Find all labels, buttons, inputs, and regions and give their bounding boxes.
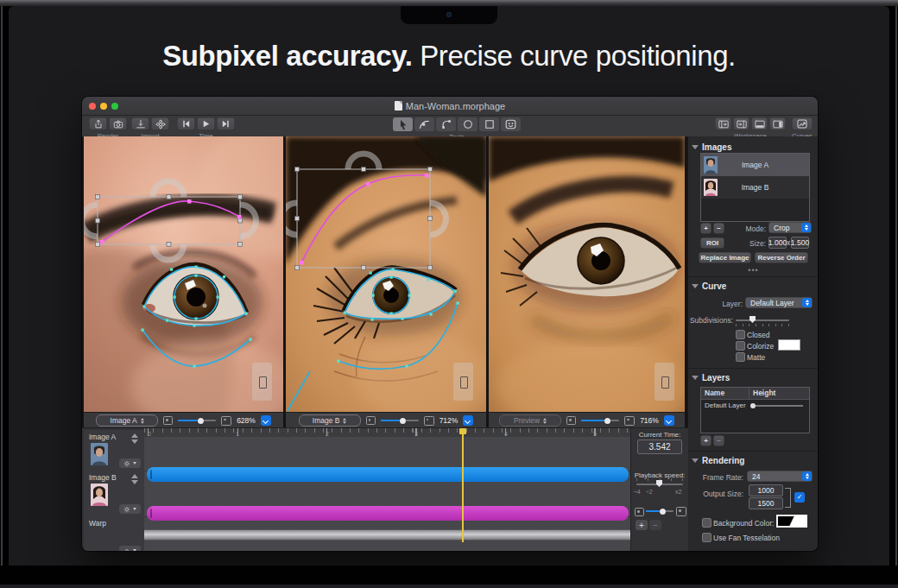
import-photos-button[interactable] xyxy=(151,117,169,130)
playhead[interactable] xyxy=(462,428,464,542)
title-bar[interactable]: Man-Woman.morphage xyxy=(82,97,818,116)
iris-curve[interactable] xyxy=(373,277,409,313)
remove-layer-button[interactable]: − xyxy=(713,435,724,446)
size-height-field[interactable]: 1.500 xyxy=(791,237,809,249)
add-image-button[interactable]: + xyxy=(700,223,711,234)
frame-rate-select[interactable]: 24 xyxy=(747,471,813,482)
under-eye-curve[interactable] xyxy=(142,330,250,366)
warp-bar[interactable] xyxy=(144,529,630,541)
workspace-bottom-panel-button[interactable] xyxy=(751,117,768,130)
selection-rectangle[interactable] xyxy=(297,169,430,268)
selection-handles[interactable] xyxy=(295,168,433,270)
viewer-a-source-select[interactable]: Image A xyxy=(96,414,158,427)
image-a-clip-bar[interactable] xyxy=(147,467,629,482)
subdivisions-slider[interactable] xyxy=(736,319,789,321)
matte-checkbox[interactable] xyxy=(736,352,745,362)
eyebrow-curve[interactable] xyxy=(301,175,427,262)
curve-tool-button[interactable] xyxy=(436,117,456,131)
name-column-header[interactable]: Name xyxy=(701,388,749,399)
viewer-a-canvas[interactable] xyxy=(84,136,283,412)
disclosure-triangle-icon[interactable] xyxy=(692,376,699,380)
track-header-warp[interactable]: Warp xyxy=(84,516,145,551)
viewer-b-zoom-slider[interactable] xyxy=(381,420,419,421)
circle-tool-button[interactable] xyxy=(458,117,477,131)
timeline-zoom-slider[interactable] xyxy=(646,510,674,512)
eyebrow-curve-points[interactable] xyxy=(100,199,242,244)
output-height-field[interactable]: 1500 xyxy=(749,497,783,509)
stray-curve-segment[interactable] xyxy=(288,371,310,411)
viewer-b-source-select[interactable]: Image B xyxy=(299,414,361,427)
viewer-preview-canvas[interactable] xyxy=(489,136,685,412)
colorize-color-well[interactable] xyxy=(778,339,800,351)
loupe-widget[interactable] xyxy=(252,363,272,401)
roi-button[interactable]: ROI xyxy=(700,237,724,249)
track-warp-options-button[interactable] xyxy=(119,546,141,551)
replace-image-button[interactable]: Replace Image xyxy=(699,252,751,263)
track-header-image-b[interactable]: Image B xyxy=(84,471,145,517)
disclosure-triangle-icon[interactable] xyxy=(692,284,699,288)
under-eye-curve[interactable] xyxy=(338,303,458,369)
track-b-options-button[interactable] xyxy=(119,504,141,514)
loupe-widget[interactable] xyxy=(655,363,674,401)
loupe-widget[interactable] xyxy=(453,363,473,401)
track-header-image-a[interactable]: Image A xyxy=(84,430,145,471)
closed-checkbox[interactable] xyxy=(736,330,745,339)
current-time-value[interactable]: 3.542 xyxy=(637,439,682,454)
eyebrow-curve[interactable] xyxy=(102,201,239,242)
iris-curve[interactable] xyxy=(174,275,218,319)
workspace-right-panel-button[interactable] xyxy=(733,117,749,130)
subdivisions-slider-knob[interactable] xyxy=(749,316,756,323)
link-size-checkbox[interactable]: ✓ xyxy=(794,492,805,503)
background-color-well[interactable] xyxy=(776,515,807,528)
skip-forward-button[interactable] xyxy=(217,117,235,130)
viewer-b-canvas[interactable] xyxy=(286,136,486,412)
viewer-preview-zoom-menu-button[interactable] xyxy=(664,415,674,426)
viewer-a-zoom-menu-button[interactable] xyxy=(261,415,271,426)
workspace-side-panel-button[interactable] xyxy=(769,117,786,130)
add-layer-button[interactable]: + xyxy=(700,435,711,446)
curves-panel-button[interactable] xyxy=(792,117,813,130)
curve-section-header[interactable]: Curve xyxy=(692,281,726,291)
mode-select[interactable]: Crop xyxy=(768,222,812,233)
viewer-a-zoom-slider[interactable] xyxy=(178,420,216,421)
face-mask-tool-button[interactable] xyxy=(501,117,521,131)
layer-height-slider[interactable] xyxy=(753,405,803,407)
playback-speed-knob[interactable] xyxy=(656,480,662,487)
image-b-clip-bar[interactable] xyxy=(147,506,629,521)
background-color-checkbox[interactable] xyxy=(702,518,711,528)
colorize-checkbox[interactable] xyxy=(736,341,745,351)
eyebrow-curve-points[interactable] xyxy=(300,174,429,265)
select-tool-button[interactable] xyxy=(393,117,413,131)
fan-tesselation-checkbox[interactable] xyxy=(702,533,711,542)
import-file-button[interactable] xyxy=(131,117,149,130)
layers-section-header[interactable]: Layers xyxy=(692,373,730,383)
viewer-preview-source-select[interactable]: Preview xyxy=(499,414,561,427)
rotation-handles[interactable] xyxy=(286,154,446,235)
selection-handles[interactable] xyxy=(96,195,243,247)
reorder-arrows-icon[interactable] xyxy=(131,474,138,484)
add-point-tool-button[interactable] xyxy=(414,117,434,131)
workspace-left-panel-button[interactable] xyxy=(715,117,731,130)
images-list-item-b[interactable]: Image B xyxy=(701,176,809,199)
disclosure-triangle-icon[interactable] xyxy=(692,458,699,463)
size-width-field[interactable]: 1.000 xyxy=(768,237,787,249)
timeline-tracks[interactable] xyxy=(144,437,630,551)
export-button[interactable] xyxy=(89,117,107,130)
output-width-field[interactable]: 1000 xyxy=(749,484,783,496)
reorder-arrows-icon[interactable] xyxy=(131,433,138,444)
disclosure-triangle-icon[interactable] xyxy=(692,145,699,149)
snapshot-button[interactable] xyxy=(109,117,127,130)
skip-back-button[interactable] xyxy=(177,117,195,130)
height-column-header[interactable]: Height xyxy=(749,388,775,399)
images-section-header[interactable]: Images xyxy=(692,142,731,152)
viewer-preview-zoom-slider[interactable] xyxy=(581,420,619,421)
rectangle-tool-button[interactable] xyxy=(479,117,499,131)
play-button[interactable] xyxy=(197,117,215,130)
timeline-remove-button[interactable]: − xyxy=(649,520,661,530)
layers-table-row[interactable]: Default Layer xyxy=(701,400,809,411)
rendering-section-header[interactable]: Rendering xyxy=(692,456,744,465)
section-resize-handle[interactable]: ••• xyxy=(688,266,818,275)
viewer-b-zoom-menu-button[interactable] xyxy=(463,415,473,426)
track-a-options-button[interactable] xyxy=(119,458,141,468)
timeline-add-button[interactable]: + xyxy=(636,520,648,530)
